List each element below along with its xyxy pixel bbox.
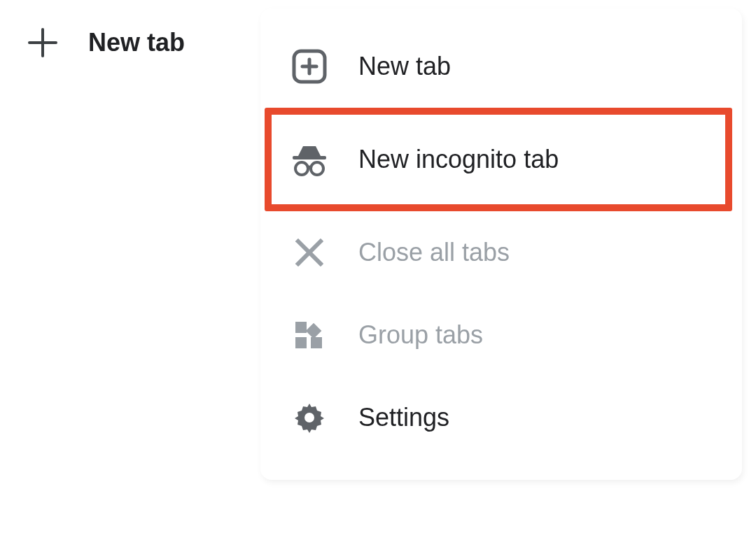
new-tab-label: New tab [88,28,185,57]
menu-item-label: New tab [358,52,451,81]
svg-point-7 [311,162,323,175]
group-tabs-icon [288,319,330,351]
menu-item-new-incognito-tab[interactable]: New incognito tab [265,108,732,211]
menu-item-label: Group tabs [358,320,483,350]
svg-point-14 [304,413,314,422]
menu-item-close-all-tabs: Close all tabs [260,211,742,294]
new-tab-button[interactable]: New tab [28,28,185,57]
svg-rect-5 [293,156,326,159]
overflow-menu: New tab New incognito tab Close al [260,8,742,480]
svg-point-6 [295,162,308,175]
svg-rect-11 [306,323,322,339]
menu-item-label: New incognito tab [358,145,559,174]
menu-item-group-tabs: Group tabs [260,294,742,376]
close-icon [288,239,330,267]
gear-icon [288,401,330,434]
menu-item-label: Settings [358,403,449,432]
incognito-icon [288,142,330,177]
plus-icon [28,28,57,57]
menu-item-new-tab[interactable]: New tab [260,25,742,108]
svg-rect-13 [311,337,322,348]
menu-item-label: Close all tabs [358,238,510,267]
new-tab-icon [288,48,330,85]
svg-rect-12 [295,337,307,348]
menu-item-settings[interactable]: Settings [260,376,742,459]
svg-rect-10 [295,322,307,333]
